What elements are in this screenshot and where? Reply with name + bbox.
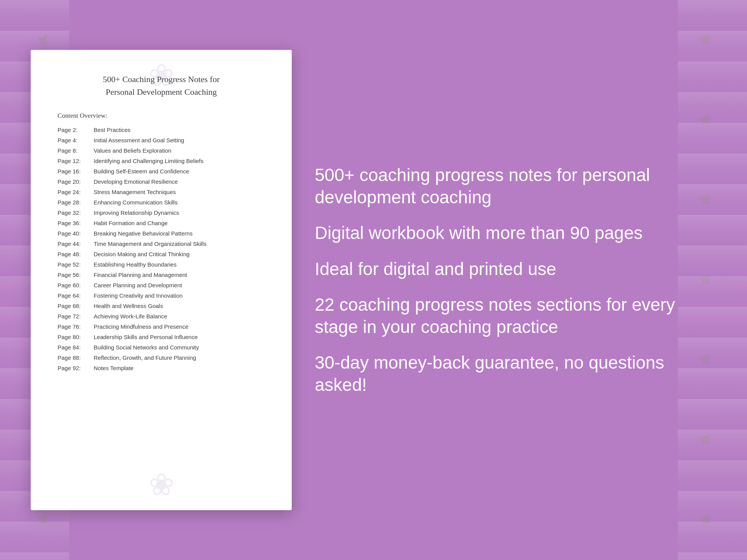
toc-page-12: Page 48:	[58, 251, 92, 257]
toc-page-20: Page 80:	[58, 334, 92, 340]
toc-page-17: Page 68:	[58, 303, 92, 309]
toc-title-23: Notes Template	[94, 365, 134, 371]
table-row: Page 60: Career Planning and Development	[58, 282, 265, 288]
watermark-bottom-icon: ❀	[149, 467, 174, 502]
toc-title-11: Time Management and Organizational Skill…	[94, 240, 207, 247]
toc-page-0: Page 2:	[58, 127, 92, 133]
toc-title-2: Values and Beliefs Exploration	[94, 147, 171, 154]
toc-title-16: Fostering Creativity and Innovation	[94, 292, 183, 299]
toc-title-1: Initial Assessment and Goal Setting	[94, 137, 184, 143]
feature-text-2: Ideal for digital and printed use	[315, 258, 693, 280]
toc-title-7: Enhancing Communication Skills	[94, 199, 177, 206]
toc-page-10: Page 40:	[58, 230, 92, 237]
toc-title-5: Developing Emotional Resilience	[94, 178, 178, 185]
table-row: Page 72: Achieving Work-Life Balance	[58, 313, 265, 320]
table-row: Page 52: Establishing Healthy Boundaries	[58, 261, 265, 268]
table-row: Page 4: Initial Assessment and Goal Sett…	[58, 137, 265, 143]
table-row: Page 12: Identifying and Challenging Lim…	[58, 158, 265, 164]
table-row: Page 8: Values and Beliefs Exploration	[58, 147, 265, 154]
table-row: Page 16: Building Self-Esteem and Confid…	[58, 168, 265, 175]
toc-page-6: Page 24:	[58, 189, 92, 195]
table-row: Page 36: Habit Formation and Change	[58, 220, 265, 226]
table-of-contents: Page 2: Best Practices Page 4: Initial A…	[58, 127, 265, 371]
toc-page-19: Page 76:	[58, 323, 92, 330]
toc-page-18: Page 72:	[58, 313, 92, 320]
feature-text-4: 30-day money-back guarantee, no question…	[315, 352, 693, 396]
toc-title-13: Establishing Healthy Boundaries	[94, 261, 177, 268]
toc-page-22: Page 88:	[58, 354, 92, 361]
table-row: Page 44: Time Management and Organizatio…	[58, 240, 265, 247]
feature-text-0: 500+ coaching progress notes for persona…	[315, 164, 693, 208]
table-row: Page 40: Breaking Negative Behavioral Pa…	[58, 230, 265, 237]
table-row: Page 32: Improving Relationship Dynamics	[58, 209, 265, 216]
table-row: Page 92: Notes Template	[58, 365, 265, 371]
table-row: Page 84: Building Social Networks and Co…	[58, 344, 265, 351]
doc-title-line2: Personal Development Coaching	[106, 87, 217, 97]
feature-text-3: 22 coaching progress notes sections for …	[315, 294, 693, 338]
document-title: 500+ Coaching Progress Notes for Persona…	[58, 73, 265, 98]
toc-page-8: Page 32:	[58, 209, 92, 216]
table-row: Page 24: Stress Management Techniques	[58, 189, 265, 195]
table-row: Page 48: Decision Making and Critical Th…	[58, 251, 265, 257]
toc-title-12: Decision Making and Critical Thinking	[94, 251, 190, 257]
toc-title-10: Breaking Negative Behavioral Patterns	[94, 230, 193, 237]
table-row: Page 64: Fostering Creativity and Innova…	[58, 292, 265, 299]
toc-title-21: Building Social Networks and Community	[94, 344, 199, 351]
main-content: ❀ 500+ Coaching Progress Notes for Perso…	[0, 27, 747, 533]
toc-title-17: Health and Wellness Goals	[94, 303, 163, 309]
toc-title-19: Practicing Mindfulness and Presence	[94, 323, 188, 330]
content-overview-label: Content Overview:	[58, 112, 265, 120]
toc-page-2: Page 8:	[58, 147, 92, 154]
toc-title-20: Leadership Skills and Personal Influence	[94, 334, 198, 340]
toc-title-6: Stress Management Techniques	[94, 189, 176, 195]
table-row: Page 80: Leadership Skills and Personal …	[58, 334, 265, 340]
toc-title-15: Career Planning and Development	[94, 282, 182, 288]
toc-page-23: Page 92:	[58, 365, 92, 371]
toc-page-9: Page 36:	[58, 220, 92, 226]
toc-title-0: Best Practices	[94, 127, 131, 133]
toc-title-9: Habit Formation and Change	[94, 220, 168, 226]
table-row: Page 20: Developing Emotional Resilience	[58, 178, 265, 185]
toc-title-4: Building Self-Esteem and Confidence	[94, 168, 189, 175]
toc-page-15: Page 60:	[58, 282, 92, 288]
feature-text-1: Digital workbook with more than 90 pages	[315, 222, 693, 244]
toc-page-13: Page 52:	[58, 261, 92, 268]
toc-title-3: Identifying and Challenging Limiting Bel…	[94, 158, 203, 164]
table-row: Page 76: Practicing Mindfulness and Pres…	[58, 323, 265, 330]
table-row: Page 56: Financial Planning and Manageme…	[58, 272, 265, 278]
toc-page-7: Page 28:	[58, 199, 92, 206]
table-row: Page 68: Health and Wellness Goals	[58, 303, 265, 309]
table-row: Page 2: Best Practices	[58, 127, 265, 133]
toc-page-14: Page 56:	[58, 272, 92, 278]
toc-page-3: Page 12:	[58, 158, 92, 164]
toc-title-8: Improving Relationship Dynamics	[94, 209, 179, 216]
features-panel: 500+ coaching progress notes for persona…	[315, 164, 716, 396]
toc-title-22: Reflection, Growth, and Future Planning	[94, 354, 196, 361]
toc-title-18: Achieving Work-Life Balance	[94, 313, 167, 320]
toc-page-16: Page 64:	[58, 292, 92, 299]
toc-page-11: Page 44:	[58, 240, 92, 247]
toc-page-4: Page 16:	[58, 168, 92, 175]
table-row: Page 88: Reflection, Growth, and Future …	[58, 354, 265, 361]
doc-title-line1: 500+ Coaching Progress Notes for	[103, 74, 220, 84]
toc-page-5: Page 20:	[58, 178, 92, 185]
document-panel: ❀ 500+ Coaching Progress Notes for Perso…	[31, 50, 292, 510]
toc-title-14: Financial Planning and Management	[94, 272, 187, 278]
toc-page-21: Page 84:	[58, 344, 92, 351]
toc-page-1: Page 4:	[58, 137, 92, 143]
table-row: Page 28: Enhancing Communication Skills	[58, 199, 265, 206]
